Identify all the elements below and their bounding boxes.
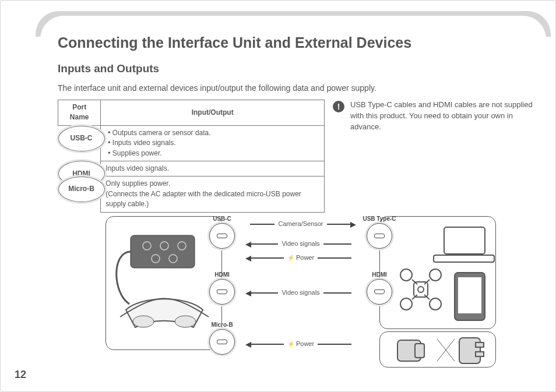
arrow-power2: ⚡ Power (250, 337, 351, 350)
arrow-camera: Camera/Sensor (250, 217, 351, 230)
svg-point-19 (418, 287, 424, 292)
bolt-icon-2: ⚡ (287, 341, 294, 347)
svg-rect-23 (415, 344, 424, 358)
interface-unit-box (105, 216, 222, 350)
intro-text: The interface unit and external devices … (58, 83, 376, 93)
section-heading: Inputs and Outputs (58, 62, 159, 75)
arrow-video1-label: Video signals (278, 240, 323, 247)
svg-point-6 (133, 316, 154, 327)
manual-page: Connecting the Interface Unit and Extern… (0, 0, 556, 392)
alert-icon: ! (333, 101, 344, 112)
cell-io-hdmi: Inputs video signals. (101, 161, 325, 176)
svg-point-12 (400, 298, 412, 310)
svg-rect-27 (476, 342, 484, 347)
cell-port-microb: Micro-B (58, 176, 105, 202)
svg-rect-9 (434, 255, 494, 262)
cell-port-usbc: USB-C (58, 126, 105, 151)
svg-point-7 (175, 316, 196, 327)
cell-io-usbc: Outputs camera or sensor data. Inputs vi… (101, 125, 325, 161)
usbc-bullet-1: Inputs video signals. (108, 138, 319, 148)
cell-io-microb: Only supplies power. (Connects the AC ad… (101, 176, 325, 212)
ac-adapter-box (379, 331, 496, 368)
arrow-camera-label: Camera/Sensor (275, 220, 326, 227)
arrow-power2-text: Power (296, 340, 314, 347)
page-number: 12 (15, 369, 26, 381)
svg-rect-21 (458, 277, 481, 313)
arrow-video2: Video signals (250, 286, 351, 299)
usbc-bullet-2: Supplies power. (108, 149, 319, 158)
svg-point-13 (430, 298, 441, 310)
col-port: Port Name (58, 100, 101, 126)
bolt-icon: ⚡ (287, 255, 294, 261)
svg-rect-8 (444, 227, 485, 254)
interface-unit-illustration (106, 217, 223, 351)
svg-rect-26 (459, 338, 480, 363)
ac-adapter-illustration (380, 332, 497, 368)
connection-diagram: USB-C HDMI Micro-B USB Type-C HDMI Camer… (105, 216, 525, 373)
arrow-power1-label: ⚡ Power (284, 254, 318, 261)
arrow-power1: ⚡ Power (250, 251, 351, 264)
usbc-bullet-0: Outputs camera or sensor data. (108, 128, 319, 138)
io-table: Port Name Input/Output USB-C Outputs cam… (58, 100, 325, 213)
arrow-video2-label: Video signals (278, 289, 323, 296)
arrows-area: Camera/Sensor Video signals ⚡ Power Vide… (222, 216, 379, 368)
note-text: USB Type-C cables and HDMI cables are no… (350, 100, 537, 133)
col-io: Input/Output (101, 100, 325, 126)
svg-point-11 (430, 269, 441, 281)
external-devices-illustration (380, 217, 497, 330)
page-title: Connecting the Interface Unit and Extern… (58, 34, 411, 51)
svg-rect-28 (476, 352, 484, 356)
svg-point-10 (400, 269, 412, 281)
arrow-video1: Video signals (250, 237, 351, 250)
svg-rect-0 (131, 235, 195, 268)
arrow-power1-text: Power (296, 254, 314, 261)
arrow-power2-label: ⚡ Power (284, 340, 318, 347)
